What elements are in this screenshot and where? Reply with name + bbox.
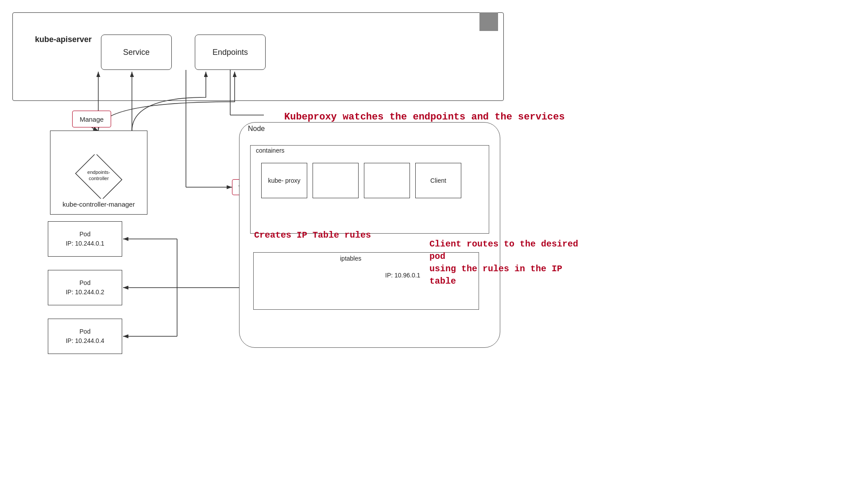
pod3-box: Pod IP: 10.244.0.4 (48, 319, 122, 354)
pod3-label: Pod IP: 10.244.0.4 (66, 327, 104, 346)
service-box: Service (101, 35, 172, 70)
kube-proxy-box: kube- proxy (261, 163, 307, 198)
ip-label: IP: 10.96.0.1 (385, 272, 420, 279)
svg-text:controller: controller (89, 176, 109, 181)
gray-square (479, 12, 498, 31)
client-box: Client (415, 163, 461, 198)
annotation-kubeproxy: Kubeproxy watches the endpoints and the … (284, 112, 565, 123)
diamond-svg: endpoints- controller (72, 154, 125, 199)
service-label: Service (123, 48, 150, 57)
manage-label: Manage (80, 115, 104, 123)
pod1-box: Pod IP: 10.244.0.1 (48, 221, 122, 257)
annotation-creates: Creates IP Table rules (254, 230, 371, 240)
endpoints-box: Endpoints (195, 35, 266, 70)
container-box3 (364, 163, 410, 198)
kcm-label: kube-controller-manager (62, 200, 135, 208)
pod2-label: Pod IP: 10.244.0.2 (66, 278, 104, 297)
container-box2 (313, 163, 359, 198)
svg-text:endpoints-: endpoints- (87, 169, 110, 175)
kube-apiserver-label: kube-apiserver (35, 35, 92, 44)
manage-box: Manage (72, 111, 111, 127)
endpoints-label: Endpoints (212, 48, 248, 57)
containers-label: containers (256, 147, 285, 154)
pod2-box: Pod IP: 10.244.0.2 (48, 270, 122, 305)
client-label: Client (430, 177, 446, 184)
diagram-container: kube-apiserver Service Endpoints Manage … (0, 0, 850, 504)
iptables-label: iptables (340, 255, 361, 262)
kcm-box: endpoints- controller kube-controller-ma… (50, 131, 147, 215)
kube-proxy-label: kube- proxy (268, 177, 300, 184)
annotation-client: Client routes to the desired pod using t… (429, 226, 589, 288)
node-label: Node (248, 125, 265, 133)
pod1-label: Pod IP: 10.244.0.1 (66, 230, 104, 248)
